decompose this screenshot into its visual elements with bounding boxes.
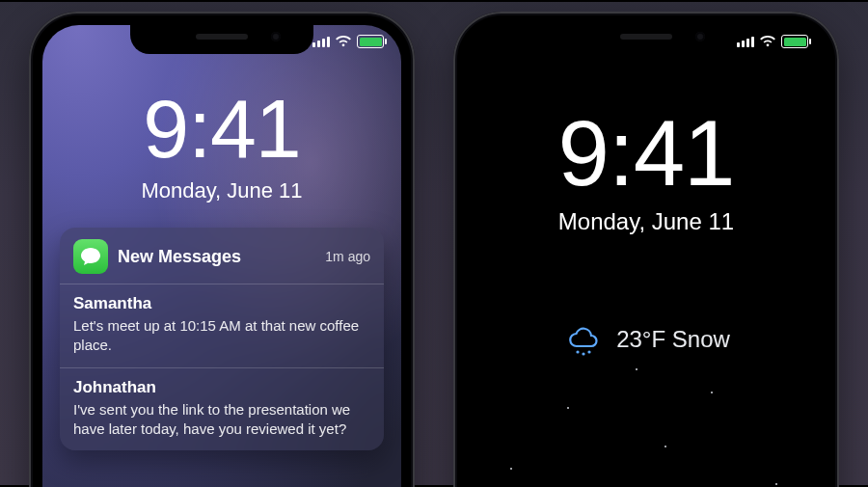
wifi-icon <box>336 36 351 47</box>
snow-cloud-icon <box>562 319 603 360</box>
wifi-icon <box>760 36 775 47</box>
cellular-signal-icon <box>312 37 330 47</box>
sender-name: Samantha <box>73 294 370 313</box>
weather-condition: Snow <box>672 326 730 352</box>
weather-temp: 23°F <box>616 326 665 352</box>
lock-clock: 9:41 Monday, June 11 <box>42 81 401 203</box>
letterbox-top <box>0 0 868 2</box>
lock-date: Monday, June 11 <box>467 208 826 235</box>
stage: 9:41 Monday, June 11 New Messages 1m ago… <box>0 0 868 487</box>
weather-text: 23°F Snow <box>616 326 730 353</box>
sender-name: Johnathan <box>73 378 370 397</box>
svg-point-0 <box>577 350 580 353</box>
notification-item[interactable]: Johnathan I've sent you the link to the … <box>60 367 384 451</box>
lock-screen-right[interactable]: 9:41 Monday, June 11 23°F Snow <box>467 25 826 487</box>
message-preview: Let's meet up at 10:15 AM at that new co… <box>73 316 370 356</box>
svg-point-1 <box>583 352 585 355</box>
status-bar <box>312 35 384 48</box>
notch <box>130 25 313 54</box>
lock-clock: 9:41 Monday, June 11 <box>467 100 826 235</box>
notification-age: 1m ago <box>325 249 370 264</box>
notification-card[interactable]: New Messages 1m ago Samantha Let's meet … <box>60 228 384 450</box>
cellular-signal-icon <box>737 37 754 47</box>
svg-point-2 <box>588 350 591 353</box>
messages-icon <box>73 239 108 274</box>
phone-right: 9:41 Monday, June 11 23°F Snow <box>453 12 839 487</box>
message-preview: I've sent you the link to the presentati… <box>73 400 370 440</box>
notification-header: New Messages 1m ago <box>60 228 384 284</box>
notification-item[interactable]: Samantha Let's meet up at 10:15 AM at th… <box>60 284 384 367</box>
lock-time: 9:41 <box>42 81 401 176</box>
battery-icon <box>781 35 808 48</box>
weather-widget[interactable]: 23°F Snow <box>467 319 826 360</box>
lock-screen-left[interactable]: 9:41 Monday, June 11 New Messages 1m ago… <box>42 25 401 487</box>
status-bar <box>737 35 808 48</box>
lock-time: 9:41 <box>467 100 826 206</box>
battery-icon <box>357 35 384 48</box>
notch <box>555 25 738 54</box>
lock-date: Monday, June 11 <box>42 178 401 203</box>
notification-title: New Messages <box>118 247 315 267</box>
phone-left: 9:41 Monday, June 11 New Messages 1m ago… <box>29 12 415 487</box>
wallpaper <box>467 25 826 487</box>
